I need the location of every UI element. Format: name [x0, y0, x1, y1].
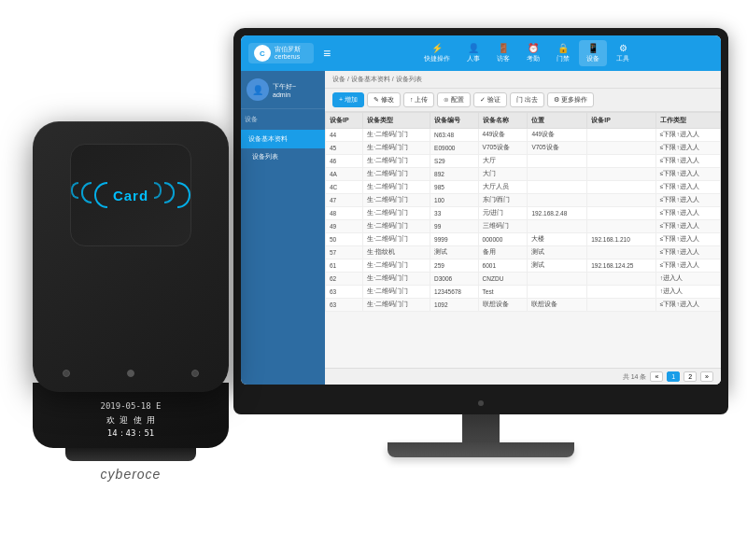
cell-11-1: 生·二维码门门: [363, 273, 430, 286]
nav-tools[interactable]: ⚙ 工具: [609, 40, 637, 66]
toolbar: + 增加 ✎ 修改 ↑ 上传 ⊙ 配置 ✓ 验证 门 出去 ⚙ 更多操作: [325, 89, 721, 112]
cell-9-1: 生·指纹机: [363, 246, 430, 259]
wave-right: [154, 182, 190, 208]
cell-2-1: 生·二维码门门: [363, 155, 430, 168]
quick-ops-icon: ⚡: [431, 43, 443, 53]
cell-12-0: 63: [326, 286, 363, 299]
nav-device[interactable]: 📱 设备: [579, 40, 607, 66]
attendance-icon: ⏰: [528, 43, 539, 53]
user-greeting: 下午好~: [273, 82, 296, 91]
table-row[interactable]: 62生·二维码门门D3006CNZDU↑进入人: [326, 273, 721, 286]
logo-icon: C: [254, 45, 271, 62]
next-page-button[interactable]: »: [700, 371, 713, 382]
cell-13-5: [587, 299, 656, 312]
cell-6-0: 48: [326, 207, 363, 220]
table-row[interactable]: 4A生·二维码门门892大门≤下限↑进入人: [326, 168, 721, 181]
logo-text: 宙伯罗斯 cerberus: [275, 46, 301, 62]
cell-2-6: ≤下限↑进入人: [655, 155, 720, 168]
cell-10-2: 259: [430, 259, 479, 273]
cell-8-5: 192.168.1.210: [587, 233, 656, 246]
cell-5-2: 100: [430, 194, 479, 207]
card-reader-device: Card 2019-05-18 E 欢 迎 使 用 14：43：51: [33, 121, 229, 439]
cell-0-5: [587, 129, 656, 142]
table-row[interactable]: 57生·指纹机测试备用测试≤下限↑进入人: [326, 246, 721, 259]
upload-button[interactable]: ↑ 上传: [403, 92, 434, 107]
table-body: 44生·二维码门门N63:48449设备449设备≤下限↑进入人45生·二维码门…: [326, 129, 721, 312]
nav-door-control[interactable]: 🔒 门禁: [549, 40, 577, 66]
cell-4-4: [528, 181, 587, 194]
cell-10-0: 61: [326, 259, 363, 273]
user-role: admin: [273, 91, 296, 98]
cell-10-1: 生·二维码门门: [363, 259, 430, 273]
cell-2-3: 大厅: [478, 155, 528, 168]
verify-button[interactable]: ✓ 验证: [473, 92, 507, 107]
cell-8-6: ≤下限↑进入人: [655, 233, 720, 246]
dot-right: [191, 370, 199, 377]
cell-7-5: [587, 220, 656, 233]
table-row[interactable]: 44生·二维码门门N63:48449设备449设备≤下限↑进入人: [326, 129, 721, 142]
wave-arc-left-medium: [81, 182, 92, 203]
prev-page-button[interactable]: «: [650, 371, 663, 382]
hr-icon: 👤: [468, 43, 479, 53]
col-header-id: 设备IP: [326, 113, 363, 129]
table-row[interactable]: 45生·二维码门门E09000V705设备V705设备≤下限↑进入人: [326, 142, 721, 155]
table-row[interactable]: 61生·二维码门门2596001测试192.168.124.25≤下限↑进入人: [326, 259, 721, 273]
cell-0-2: N63:48: [430, 129, 479, 142]
monitor: C 宙伯罗斯 cerberus ≡ ⚡ 快捷操作 👤: [233, 28, 728, 495]
cell-2-4: [528, 155, 587, 168]
hamburger-button[interactable]: ≡: [319, 44, 334, 63]
cell-9-3: 备用: [478, 246, 528, 259]
cell-7-4: [528, 220, 587, 233]
table-row[interactable]: 63生·二维码门门1092联想设备联想设备≤下限↑进入人: [326, 299, 721, 312]
table-row[interactable]: 46生·二维码门门S29大厅≤下限↑进入人: [326, 155, 721, 168]
sidebar-item-device-info[interactable]: 设备基本资料: [241, 130, 325, 148]
breadcrumb: 设备 / 设备基本资料 / 设备列表: [325, 71, 721, 89]
exit-button[interactable]: 门 出去: [510, 92, 544, 107]
config-button[interactable]: ⊙ 配置: [437, 92, 471, 107]
table-row[interactable]: 47生·二维码门门100东门/西门≤下限↑进入人: [326, 194, 721, 207]
table-row[interactable]: 63生·二维码门门12345678Test↑进入人: [326, 286, 721, 299]
cell-8-3: 000000: [478, 233, 528, 246]
cell-1-4: V705设备: [528, 142, 587, 155]
sidebar-item-device-list[interactable]: 设备列表: [241, 148, 325, 165]
cell-1-2: E09000: [430, 142, 479, 155]
user-info: 下午好~ admin: [273, 82, 296, 98]
cell-8-2: 9999: [430, 233, 479, 246]
display-line3: 14：43：51: [100, 427, 161, 440]
sidebar-user: 👤 下午好~ admin: [241, 71, 325, 109]
table-row[interactable]: 50生·二维码门门9999000000大楼192.168.1.210≤下限↑进入…: [326, 233, 721, 246]
cell-12-4: [528, 286, 587, 299]
table-footer: 共 14 条 « 1 2 »: [325, 368, 721, 385]
table-row[interactable]: 48生·二维码门门33元/进门192.168.2.48≤下限↑进入人: [326, 207, 721, 220]
cell-11-0: 62: [326, 273, 363, 286]
table-row[interactable]: 49生·二维码门门99三维码门≤下限↑进入人: [326, 220, 721, 233]
monitor-chin: [233, 392, 728, 414]
edit-button[interactable]: ✎ 修改: [367, 92, 401, 107]
cell-4-0: 4C: [326, 181, 363, 194]
add-button[interactable]: + 增加: [332, 92, 364, 107]
cell-8-0: 50: [326, 233, 363, 246]
cell-11-2: D3006: [430, 273, 479, 286]
cell-5-5: [587, 194, 656, 207]
device-display: 2019-05-18 E 欢 迎 使 用 14：43：51: [100, 399, 161, 440]
cell-12-3: Test: [478, 286, 528, 299]
cell-3-5: [587, 168, 656, 181]
cell-8-1: 生·二维码门门: [363, 233, 430, 246]
monitor-screen: C 宙伯罗斯 cerberus ≡ ⚡ 快捷操作 👤: [241, 35, 721, 385]
cell-1-5: [587, 142, 656, 155]
nav-quick-ops[interactable]: ⚡ 快捷操作: [416, 40, 458, 66]
nav-attendance[interactable]: ⏰ 考勤: [519, 40, 547, 66]
cell-3-3: 大门: [478, 168, 528, 181]
cell-4-2: 985: [430, 181, 479, 194]
visitor-icon: 🚪: [498, 43, 509, 53]
pagination-info: 共 14 条: [623, 372, 647, 382]
nav-visitor[interactable]: 🚪 访客: [489, 40, 517, 66]
table-row[interactable]: 4C生·二维码门门985大厅人员≤下限↑进入人: [326, 181, 721, 194]
cell-2-2: S29: [430, 155, 479, 168]
nav-hr[interactable]: 👤 人事: [459, 40, 487, 66]
page-1-button[interactable]: 1: [667, 371, 680, 382]
nfc-waves: Card: [71, 182, 190, 208]
page-2-button[interactable]: 2: [684, 371, 697, 382]
more-button[interactable]: ⚙ 更多操作: [547, 92, 594, 107]
brand-name: cyberoce: [33, 467, 229, 482]
